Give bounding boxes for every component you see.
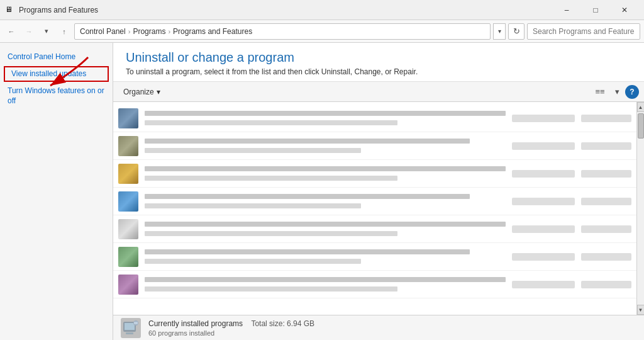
svg-rect-2 — [125, 323, 135, 330]
program-size — [512, 198, 575, 205]
view-dropdown-button[interactable]: ▾ — [611, 84, 623, 99]
program-date — [581, 170, 631, 178]
window-controls: – □ ✕ — [552, 0, 639, 20]
organize-button[interactable]: Organize ▾ — [118, 85, 165, 99]
program-name — [145, 249, 470, 254]
table-row[interactable] — [113, 188, 636, 215]
page-description: To uninstall a program, select it from t… — [126, 67, 631, 76]
maximize-button[interactable]: □ — [581, 0, 610, 20]
programs-icon-svg — [122, 319, 140, 337]
program-publisher — [145, 231, 397, 236]
program-name — [145, 222, 506, 227]
sidebar-link-turn-windows-features[interactable]: Turn Windows features on or off — [0, 83, 113, 110]
sidebar-link-view-installed-updates[interactable]: View installed updates — [4, 66, 109, 82]
help-button[interactable]: ? — [625, 85, 639, 99]
view-mode-button[interactable]: ≡≡ — [591, 84, 609, 99]
forward-button[interactable]: → — [21, 24, 36, 39]
program-icon — [118, 247, 138, 267]
path-separator-2: › — [168, 28, 170, 35]
program-publisher — [145, 120, 397, 125]
app-icon: 🖥 — [5, 5, 15, 15]
program-date — [581, 142, 631, 150]
view-icon: ≡≡ — [595, 87, 604, 96]
program-size — [512, 115, 575, 122]
table-row[interactable] — [113, 271, 636, 298]
program-icon — [118, 164, 138, 184]
program-size — [512, 142, 575, 150]
address-right-controls: ▾ ↻ — [493, 23, 640, 40]
program-size — [512, 225, 575, 233]
content-area: Uninstall or change a program To uninsta… — [113, 43, 644, 340]
program-date — [581, 115, 631, 122]
path-control-panel[interactable]: Control Panel — [80, 27, 126, 36]
path-programs[interactable]: Programs — [133, 27, 165, 36]
program-icon — [118, 275, 138, 295]
program-icon — [118, 219, 138, 239]
svg-rect-3 — [126, 332, 133, 334]
program-name — [145, 166, 506, 171]
window-title: Programs and Features — [19, 6, 98, 14]
programs-area: ▲ ▼ — [113, 102, 644, 315]
program-size — [512, 170, 575, 178]
program-publisher — [145, 259, 361, 264]
scroll-thumb[interactable] — [638, 113, 644, 139]
program-publisher — [145, 286, 397, 292]
search-input[interactable] — [527, 23, 640, 40]
table-row[interactable] — [113, 132, 636, 160]
program-date — [581, 198, 631, 205]
address-path: Control Panel › Programs › Programs and … — [74, 23, 491, 40]
scrollbar[interactable]: ▲ ▼ — [636, 102, 644, 315]
address-dropdown-button[interactable]: ▾ — [493, 23, 506, 40]
sidebar-link-control-panel-home[interactable]: Control Panel Home — [0, 49, 113, 65]
programs-list[interactable] — [113, 102, 636, 315]
program-icon — [118, 108, 138, 128]
program-icon — [118, 136, 138, 156]
scroll-track — [638, 112, 644, 305]
status-text-block: Currently installed programs Total size:… — [148, 319, 314, 337]
address-bar: ← → ▾ ↑ Control Panel › Programs › Progr… — [0, 20, 644, 43]
table-row[interactable] — [113, 243, 636, 271]
table-row[interactable] — [113, 215, 636, 243]
page-heading: Uninstall or change a program — [126, 50, 631, 65]
scroll-up-button[interactable]: ▲ — [637, 102, 645, 112]
program-date — [581, 253, 631, 261]
status-bar: Currently installed programs Total size:… — [113, 315, 644, 340]
toolbar-right: ≡≡ ▾ ? — [591, 84, 639, 99]
status-icon — [121, 318, 141, 338]
program-size — [512, 281, 575, 288]
minimize-button[interactable]: – — [552, 0, 581, 20]
program-date — [581, 225, 631, 233]
program-date — [581, 281, 631, 288]
sidebar: Control Panel Home View installed update… — [0, 43, 113, 340]
program-publisher — [145, 203, 361, 208]
program-name — [145, 277, 506, 282]
dropdown-nav-button[interactable]: ▾ — [39, 24, 54, 39]
content-header: Uninstall or change a program To uninsta… — [113, 43, 644, 82]
program-count: 60 programs installed — [148, 329, 314, 337]
close-button[interactable]: ✕ — [610, 0, 639, 20]
organize-arrow-icon: ▾ — [157, 88, 160, 96]
program-publisher — [145, 148, 361, 153]
up-button[interactable]: ↑ — [57, 24, 72, 39]
path-separator-1: › — [128, 28, 131, 35]
back-button[interactable]: ← — [4, 24, 19, 39]
installed-programs-label: Currently installed programs Total size:… — [148, 319, 314, 328]
program-icon — [118, 191, 138, 212]
program-name — [145, 194, 470, 199]
toolbar: Organize ▾ ≡≡ ▾ ? — [113, 82, 644, 102]
program-name — [145, 111, 506, 116]
table-row[interactable] — [113, 160, 636, 188]
programs-blurred-content — [113, 102, 636, 315]
path-programs-and-features[interactable]: Programs and Features — [173, 27, 252, 36]
program-size — [512, 253, 575, 261]
scroll-down-button[interactable]: ▼ — [637, 305, 645, 315]
title-bar: 🖥 Programs and Features – □ ✕ — [0, 0, 644, 20]
main-layout: Control Panel Home View installed update… — [0, 43, 644, 340]
table-row[interactable] — [113, 105, 636, 132]
title-bar-left: 🖥 Programs and Features — [5, 5, 98, 15]
program-name — [145, 139, 470, 144]
svg-rect-5 — [134, 322, 138, 324]
organize-label: Organize — [123, 88, 154, 96]
program-publisher — [145, 176, 397, 181]
refresh-button[interactable]: ↻ — [508, 23, 525, 40]
